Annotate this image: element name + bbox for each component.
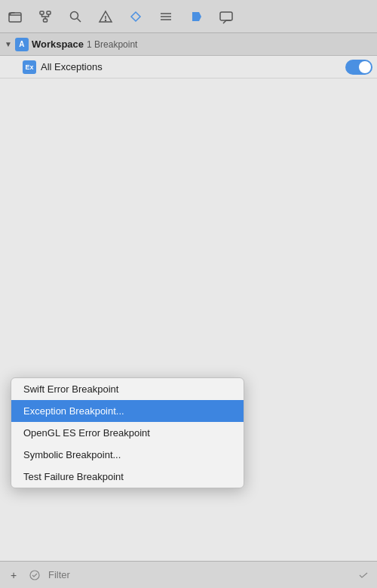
menu-item-swift-error[interactable]: Swift Error Breakpoint (11, 378, 244, 400)
workspace-group-row[interactable]: ▼ A Workspace 1 Breakpoint (0, 33, 377, 56)
menu-item-exception-breakpoint[interactable]: Exception Breakpoint... (11, 400, 244, 422)
list-icon[interactable] (157, 8, 175, 26)
svg-rect-2 (47, 11, 51, 14)
bottom-bar: + (0, 561, 377, 588)
comment-icon[interactable] (217, 8, 235, 26)
svg-rect-11 (220, 12, 232, 20)
workspace-icon: A (15, 38, 29, 51)
done-icon[interactable] (356, 568, 371, 583)
all-exceptions-row[interactable]: Ex All Exceptions (0, 56, 377, 79)
svg-rect-3 (44, 19, 48, 22)
svg-point-4 (71, 11, 78, 19)
menu-item-test-failure[interactable]: Test Failure Breakpoint (11, 466, 244, 488)
search-icon[interactable] (66, 8, 84, 26)
exception-toggle[interactable] (345, 60, 372, 75)
svg-rect-0 (9, 13, 21, 22)
collapse-triangle[interactable]: ▼ (5, 40, 12, 48)
menu-item-opengl-error[interactable]: OpenGL ES Error Breakpoint (11, 422, 244, 444)
filter-input[interactable] (48, 569, 350, 580)
warning-icon[interactable] (97, 8, 115, 26)
tag-icon[interactable] (187, 8, 205, 26)
breakpoint-icon[interactable] (127, 8, 145, 26)
svg-point-12 (30, 571, 39, 580)
svg-line-5 (78, 18, 81, 22)
exception-icon: Ex (23, 60, 36, 74)
folder-icon[interactable] (6, 8, 24, 26)
workspace-label: Workspace (32, 38, 84, 50)
filter-icon (27, 568, 42, 583)
breakpoint-count: 1 Breakpoint (87, 39, 137, 50)
svg-point-7 (106, 20, 106, 20)
context-menu: Swift Error Breakpoint Exception Breakpo… (11, 377, 244, 488)
add-button[interactable]: + (6, 568, 21, 583)
exception-label: All Exceptions (41, 61, 103, 72)
menu-item-symbolic-breakpoint[interactable]: Symbolic Breakpoint... (11, 444, 244, 466)
svg-rect-1 (40, 11, 44, 14)
hierarchy-icon[interactable] (36, 8, 54, 26)
toolbar (0, 0, 377, 33)
